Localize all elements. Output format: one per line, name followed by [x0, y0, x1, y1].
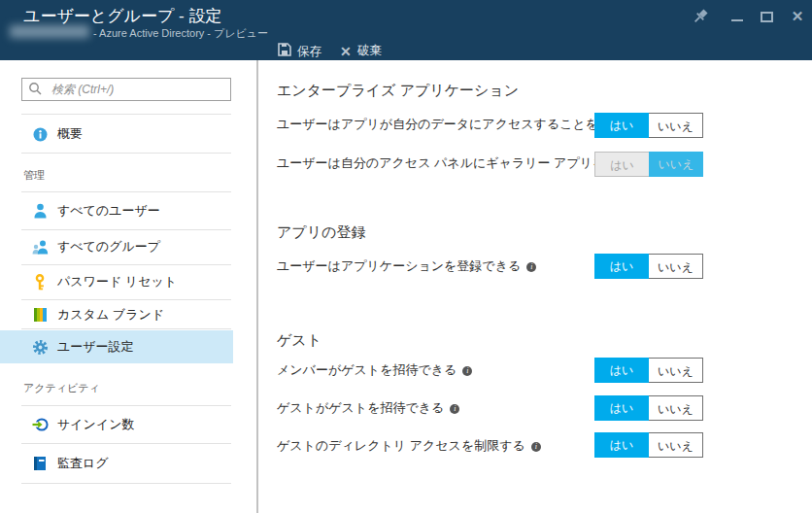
- sidebar-item-label: ユーザー設定: [57, 338, 134, 356]
- discard-button[interactable]: ✕ 破棄: [340, 43, 382, 59]
- sidebar-item-label: 監査ログ: [57, 455, 109, 472]
- toggle-gallery-apps: はい いいえ: [594, 152, 703, 177]
- sidebar-item-custom-branding[interactable]: カスタム ブランド: [0, 299, 233, 330]
- close-icon: ✕: [792, 8, 804, 25]
- sidebar-item-password-reset[interactable]: パスワード リセット: [0, 264, 233, 299]
- sidebar-item-audit-logs[interactable]: 監査ログ: [0, 443, 233, 483]
- sidebar-item-all-users[interactable]: すべてのユーザー: [0, 192, 233, 229]
- info-icon[interactable]: i: [462, 366, 472, 376]
- toggle-no-button[interactable]: いいえ: [649, 113, 703, 138]
- section-title-guests: ゲスト: [277, 331, 321, 350]
- users-groups-settings-blade: ユーザーとグループ - 設定 - Azure Active Directory …: [0, 0, 812, 513]
- page-title: ユーザーとグループ - 設定: [23, 5, 222, 27]
- sidebar-item-label: すべてのグループ: [57, 238, 160, 256]
- branding-stripes-icon: [31, 308, 49, 322]
- toggle-yes-button[interactable]: はい: [594, 113, 649, 138]
- toggle-no-button[interactable]: いいえ: [649, 254, 703, 279]
- sidebar-search: [21, 78, 231, 101]
- toggle-restrict-guest-access: はい いいえ: [594, 432, 703, 458]
- pin-button[interactable]: [688, 2, 713, 35]
- toggle-no-button[interactable]: いいえ: [649, 395, 703, 421]
- blade-header: ユーザーとグループ - 設定 - Azure Active Directory …: [0, 0, 812, 60]
- minimize-icon: [731, 19, 743, 21]
- sidebar-item-label: 概要: [57, 125, 83, 143]
- toggle-no-button-disabled: いいえ: [649, 152, 703, 177]
- sidebar-section-activity: アクティビティ: [23, 381, 100, 395]
- save-icon: [278, 43, 291, 60]
- section-title-enterprise-apps: エンタープライズ アプリケーション: [277, 82, 519, 100]
- sidebar-item-overview[interactable]: 概要: [0, 116, 233, 153]
- save-button-label: 保存: [297, 44, 321, 60]
- user-icon: [31, 203, 49, 219]
- sidebar-item-label: カスタム ブランド: [57, 306, 164, 324]
- toggle-no-button[interactable]: いいえ: [649, 432, 703, 458]
- key-icon: [31, 274, 49, 291]
- setting-label-members-invite: メンバーがゲストを招待できるi: [277, 361, 472, 379]
- toggle-yes-button[interactable]: はい: [594, 254, 649, 279]
- sidebar-item-label: パスワード リセット: [57, 273, 177, 291]
- sidebar-item-sign-ins[interactable]: サインイン数: [0, 405, 233, 443]
- info-icon[interactable]: i: [531, 442, 541, 452]
- sidebar: 概要 管理 すべてのユーザー: [0, 60, 256, 513]
- sidebar-item-label: すべてのユーザー: [57, 202, 160, 220]
- maximize-icon: [761, 12, 773, 22]
- toggle-no-button[interactable]: いいえ: [649, 358, 703, 383]
- close-button[interactable]: ✕: [785, 0, 810, 33]
- pin-icon: [691, 7, 710, 30]
- sidebar-item-user-settings[interactable]: ユーザー設定: [0, 330, 233, 363]
- sidebar-item-all-groups[interactable]: すべてのグループ: [0, 229, 233, 264]
- sign-in-icon: [31, 417, 49, 432]
- sidebar-section-manage: 管理: [23, 168, 45, 183]
- divider: [21, 153, 231, 154]
- discard-icon: ✕: [340, 45, 352, 58]
- setting-label-guests-invite: ゲストがゲストを招待できるi: [277, 399, 459, 417]
- sidebar-main-divider: [256, 60, 258, 513]
- divider: [21, 483, 231, 484]
- info-icon[interactable]: i: [526, 262, 536, 272]
- audit-log-icon: [31, 456, 49, 471]
- redacted-tenant-name: [10, 25, 89, 38]
- toggle-guests-invite: はい いいえ: [594, 395, 703, 421]
- toggle-register-apps: はい いいえ: [594, 254, 703, 279]
- info-icon[interactable]: i: [450, 404, 459, 414]
- maximize-button[interactable]: [754, 0, 779, 33]
- toggle-yes-button-disabled: はい: [594, 152, 649, 177]
- users-icon: [31, 239, 49, 255]
- divider: [21, 114, 231, 115]
- divider: [21, 328, 231, 329]
- minimize-button[interactable]: [725, 0, 750, 33]
- setting-label-register-apps: ユーザーはアプリケーションを登録できるi: [277, 257, 536, 275]
- info-circle-icon: [31, 127, 49, 142]
- setting-label-restrict-guest-access: ゲストのディレクトリ アクセスを制限するi: [277, 437, 541, 455]
- gear-icon: [31, 339, 49, 356]
- toggle-consent: はい いいえ: [594, 113, 703, 138]
- discard-button-label: 破棄: [357, 43, 382, 59]
- search-input[interactable]: [21, 78, 231, 101]
- toggle-yes-button[interactable]: はい: [594, 395, 649, 421]
- search-icon: [28, 82, 43, 100]
- toggle-members-invite: はい いいえ: [594, 358, 703, 383]
- sidebar-item-label: サインイン数: [57, 416, 135, 433]
- toggle-yes-button[interactable]: はい: [594, 432, 649, 458]
- toggle-yes-button[interactable]: はい: [594, 358, 649, 383]
- save-button[interactable]: 保存: [278, 43, 321, 60]
- breadcrumb-subtitle: - Azure Active Directory - プレビュー: [93, 26, 268, 41]
- section-title-app-registrations: アプリの登録: [277, 223, 365, 242]
